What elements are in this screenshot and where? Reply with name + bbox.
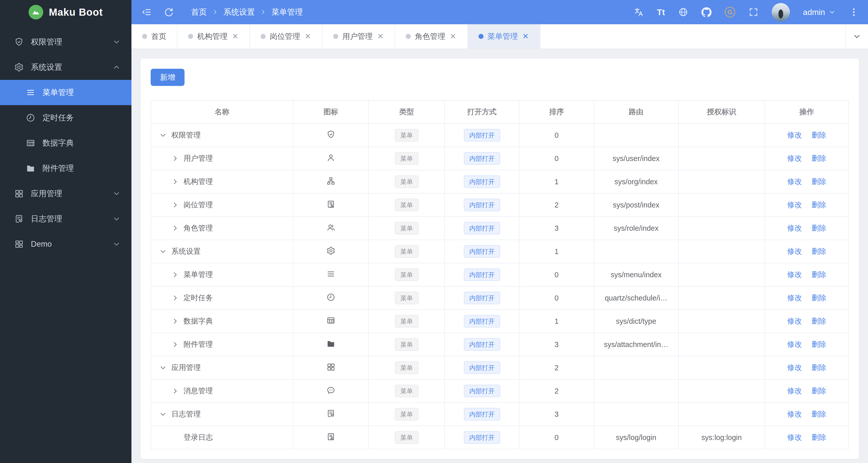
delete-link[interactable]: 删除 <box>811 387 826 395</box>
globe-icon[interactable] <box>678 7 688 17</box>
expand-arrow-icon[interactable] <box>172 294 179 302</box>
edit-link[interactable]: 修改 <box>787 433 802 441</box>
type-tag: 菜单 <box>395 408 418 421</box>
delete-link[interactable]: 删除 <box>811 270 826 278</box>
breadcrumb-system-settings[interactable]: 系统设置 <box>223 7 255 18</box>
app-window: Maku Boot 权限管理 系统设置 菜单管理 定时任务 <box>0 0 868 463</box>
sidebar-item-app-management[interactable]: 应用管理 <box>0 181 131 206</box>
tab-post-management[interactable]: 岗位管理 ✕ <box>250 24 322 49</box>
tab-org-management[interactable]: 机构管理 ✕ <box>178 24 250 49</box>
gear-icon <box>326 246 335 255</box>
delete-link[interactable]: 删除 <box>811 224 826 232</box>
delete-link[interactable]: 删除 <box>811 131 826 139</box>
chevron-down-icon <box>852 32 861 41</box>
font-size-icon[interactable]: Tt <box>657 8 665 17</box>
edit-link[interactable]: 修改 <box>787 363 802 371</box>
tab-overflow-button[interactable] <box>845 24 868 49</box>
expand-arrow-icon[interactable] <box>159 248 167 255</box>
delete-link[interactable]: 删除 <box>811 154 826 162</box>
row-auth <box>678 170 765 193</box>
tab-role-management[interactable]: 角色管理 ✕ <box>395 24 468 49</box>
breadcrumb-home[interactable]: 首页 <box>191 7 207 18</box>
edit-link[interactable]: 修改 <box>787 270 802 278</box>
user-menu[interactable]: admin <box>803 7 836 17</box>
open-mode-tag: 内部打开 <box>464 152 500 165</box>
sidebar-item-permissions[interactable]: 权限管理 <box>0 29 131 55</box>
edit-link[interactable]: 修改 <box>787 317 802 325</box>
open-mode-tag: 内部打开 <box>464 245 500 258</box>
sidebar-item-attachments[interactable]: 附件管理 <box>0 156 131 181</box>
type-tag: 菜单 <box>395 385 418 398</box>
tab-close-icon[interactable]: ✕ <box>304 33 311 40</box>
breadcrumb-menu-management[interactable]: 菜单管理 <box>272 7 303 18</box>
logo-mountain-icon <box>29 5 43 20</box>
row-auth <box>678 124 765 147</box>
expand-arrow-icon[interactable] <box>172 271 179 278</box>
sidebar-item-label: 定时任务 <box>42 113 74 123</box>
sidebar-item-demo[interactable]: Demo <box>0 232 131 257</box>
tab-close-icon[interactable]: ✕ <box>449 33 457 40</box>
sidebar-item-system-settings[interactable]: 系统设置 <box>0 55 131 80</box>
expand-arrow-icon[interactable] <box>172 317 179 325</box>
delete-link[interactable]: 删除 <box>811 340 826 348</box>
tab-dot <box>260 34 266 39</box>
tab-bar: 首页 机构管理 ✕ 岗位管理 ✕ 用户管理 ✕ 角色管理 ✕ 菜单管理 ✕ <box>131 24 868 49</box>
more-vertical-icon[interactable] <box>849 7 859 17</box>
delete-link[interactable]: 删除 <box>811 363 826 371</box>
edit-link[interactable]: 修改 <box>787 131 802 139</box>
open-mode-tag: 内部打开 <box>464 338 500 351</box>
tab-home[interactable]: 首页 <box>131 24 178 49</box>
tab-close-icon[interactable]: ✕ <box>522 33 529 40</box>
table-row: 权限管理 菜单 内部打开 0 修改删除 <box>151 124 848 147</box>
edit-link[interactable]: 修改 <box>787 201 802 209</box>
expand-arrow-icon[interactable] <box>172 387 179 395</box>
tab-menu-management[interactable]: 菜单管理 ✕ <box>468 24 540 49</box>
delete-link[interactable]: 删除 <box>811 410 826 418</box>
row-name: 应用管理 <box>172 363 201 373</box>
translate-icon[interactable] <box>634 7 644 17</box>
github-icon[interactable] <box>702 7 712 17</box>
expand-arrow-icon[interactable] <box>172 201 179 209</box>
edit-link[interactable]: 修改 <box>787 154 802 162</box>
row-sort: 2 <box>519 379 594 403</box>
chevron-down-icon <box>829 9 836 16</box>
edit-link[interactable]: 修改 <box>787 387 802 395</box>
delete-link[interactable]: 删除 <box>811 177 826 185</box>
edit-link[interactable]: 修改 <box>787 177 802 185</box>
row-route <box>594 356 678 379</box>
row-name: 消息管理 <box>184 386 213 396</box>
expand-arrow-icon[interactable] <box>172 224 179 232</box>
delete-link[interactable]: 删除 <box>811 317 826 325</box>
sidebar-item-data-dictionary[interactable]: 数据字典 <box>0 130 131 156</box>
row-route: sys/org/index <box>594 170 678 193</box>
sidebar-item-menu-management[interactable]: 菜单管理 <box>0 80 131 105</box>
expand-arrow-icon[interactable] <box>159 364 167 371</box>
add-button[interactable]: 新增 <box>151 69 185 86</box>
delete-link[interactable]: 删除 <box>811 433 826 441</box>
edit-link[interactable]: 修改 <box>787 410 802 418</box>
expand-arrow-icon[interactable] <box>172 178 179 185</box>
expand-arrow-icon[interactable] <box>172 341 179 348</box>
delete-link[interactable]: 删除 <box>811 201 826 209</box>
expand-arrow-icon[interactable] <box>159 410 167 418</box>
expand-arrow-icon[interactable] <box>172 155 179 162</box>
expand-arrow-icon[interactable] <box>159 131 167 139</box>
refresh-icon[interactable] <box>164 7 174 17</box>
grid-icon <box>326 363 335 371</box>
avatar[interactable] <box>772 3 790 21</box>
edit-link[interactable]: 修改 <box>787 294 802 302</box>
delete-link[interactable]: 删除 <box>811 294 826 302</box>
sidebar-item-scheduled-tasks[interactable]: 定时任务 <box>0 105 131 130</box>
fullscreen-icon[interactable] <box>748 7 758 17</box>
delete-link[interactable]: 删除 <box>811 247 826 255</box>
tab-close-icon[interactable]: ✕ <box>231 33 239 40</box>
sidebar-collapse-icon[interactable] <box>142 7 152 17</box>
clock-icon <box>26 113 35 123</box>
edit-link[interactable]: 修改 <box>787 224 802 232</box>
edit-link[interactable]: 修改 <box>787 340 802 348</box>
sidebar-item-log-management[interactable]: 日志管理 <box>0 206 131 232</box>
edit-link[interactable]: 修改 <box>787 247 802 255</box>
tab-user-management[interactable]: 用户管理 ✕ <box>322 24 395 49</box>
tab-close-icon[interactable]: ✕ <box>377 33 384 40</box>
gitee-icon[interactable]: G <box>725 7 735 18</box>
